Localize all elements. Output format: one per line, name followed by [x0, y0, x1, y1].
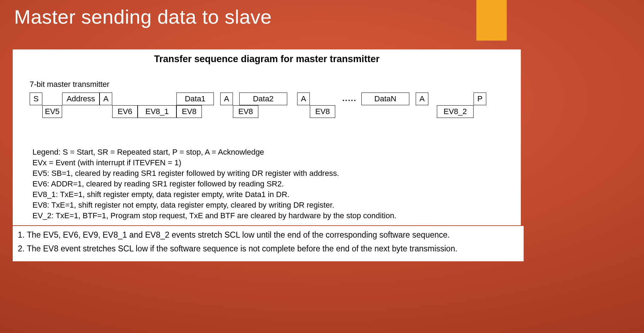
legend-line: EV5: SB=1, cleared by reading SR1 regist… [32, 168, 505, 179]
legend-line: EV8_1: TxE=1, shift register empty, data… [32, 189, 505, 200]
seq-ellipsis: ..... [342, 94, 357, 103]
seq-data1: Data1 [176, 93, 214, 105]
sequence-diagram: S Address A Data1 A Data2 A DataN A P EV… [30, 93, 510, 121]
seq-address: Address [62, 93, 100, 105]
seq-ev6: EV6 [112, 105, 138, 118]
panel-heading: Transfer sequence diagram for master tra… [13, 54, 521, 65]
notes-block: The EV5, EV6, EV9, EV8_1 and EV8_2 event… [13, 226, 524, 261]
seq-ev8-1: EV8_1 [138, 105, 176, 118]
legend-line: EV8: TxE=1, shift register not empty, da… [32, 200, 505, 210]
seq-ackn: A [416, 93, 428, 105]
seq-start: S [30, 93, 42, 105]
seq-ev8c: EV8 [310, 105, 335, 118]
legend-line: Legend: S = Start, SR = Repeated start, … [32, 147, 505, 157]
legend-line: EV_2: TxE=1, BTF=1, Program stop request… [32, 210, 505, 221]
legend-line: EVx = Event (with interrupt if ITEVFEN =… [32, 157, 505, 168]
seq-ack1: A [100, 93, 112, 105]
slide-title: Master sending data to slave [14, 0, 630, 34]
seq-ack3: A [297, 93, 310, 105]
note-item: The EV5, EV6, EV9, EV8_1 and EV8_2 event… [27, 228, 520, 242]
seq-ev8-2: EV8_2 [437, 105, 474, 118]
seq-ev8a: EV8 [176, 105, 202, 118]
seq-ev5: EV5 [42, 105, 62, 118]
seq-ev8b: EV8 [233, 105, 258, 118]
seq-stop: P [474, 93, 486, 105]
seq-datan: DataN [361, 93, 409, 105]
seq-data2: Data2 [239, 93, 287, 105]
panel-subheading: 7-bit master transmitter [30, 80, 109, 89]
diagram-panel: Transfer sequence diagram for master tra… [13, 49, 521, 225]
legend-block: Legend: S = Start, SR = Repeated start, … [32, 147, 505, 221]
legend-line: EV6: ADDR=1, cleared by reading SR1 regi… [32, 179, 505, 189]
note-item: The EV8 event stretches SCL low if the s… [27, 242, 520, 256]
seq-ack2: A [220, 93, 233, 105]
